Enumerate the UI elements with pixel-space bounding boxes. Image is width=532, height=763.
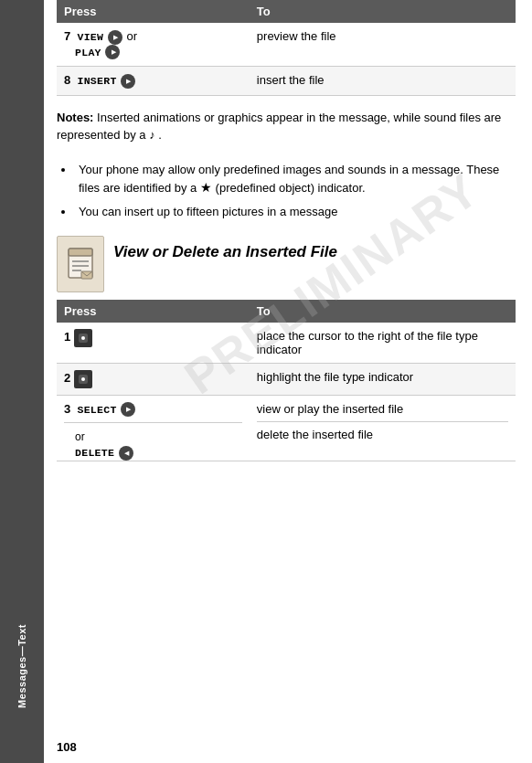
- select-icon: [121, 402, 135, 417]
- table-row: 8 INSERT insert the file: [57, 67, 516, 96]
- second-table: Press To 1: [57, 300, 516, 461]
- svg-point-9: [81, 377, 85, 381]
- press-cell-1: 1: [57, 323, 250, 364]
- bullet1-end: (predefined object) indicator.: [216, 181, 366, 195]
- notes-text1: Inserted animations or graphics appear i…: [57, 111, 501, 143]
- svg-rect-1: [69, 249, 92, 256]
- music-note-icon: ♪: [149, 128, 155, 142]
- bullet-list: Your phone may allow only predefined ima…: [75, 161, 516, 227]
- to-cell-7: preview the file: [250, 23, 516, 67]
- notes-section: Notes: Inserted animations or graphics a…: [57, 109, 516, 144]
- sidebar-label: Messages—Text: [16, 624, 27, 708]
- page-number: 108: [57, 740, 77, 754]
- cursor-icon-1: [74, 329, 92, 347]
- press-cell-8: 8 INSERT: [57, 67, 250, 96]
- main-content: PRELIMINARY Press To 7 VIEW or: [44, 0, 532, 763]
- star-icon: ★: [200, 180, 212, 195]
- page-wrapper: Messages—Text PRELIMINARY Press To 7 VIE…: [0, 0, 532, 763]
- section-icon: [57, 236, 104, 292]
- document-icon-svg: [65, 247, 96, 281]
- notes-text2: .: [158, 128, 162, 142]
- table-row: 3 SELECT or DELETE: [57, 395, 516, 461]
- second-table-to-header: To: [250, 300, 516, 323]
- cursor-icon-2: [74, 370, 92, 388]
- svg-point-7: [81, 336, 85, 340]
- second-table-press-header: Press: [57, 300, 250, 323]
- second-table-wrapper: Press To 1: [57, 300, 516, 461]
- bullet2-text: You can insert up to fifteen pictures in…: [79, 205, 338, 218]
- notes-label: Notes:: [57, 111, 93, 124]
- table-row: 7 VIEW or PLAY preview the file: [57, 23, 516, 67]
- to-cell-8: insert the file: [250, 67, 516, 96]
- view-icon: [108, 30, 122, 45]
- play-icon: [105, 45, 120, 59]
- first-table: Press To 7 VIEW or PLAY: [57, 0, 516, 96]
- table-row: 1 place the cursor to the right of the f…: [57, 323, 516, 364]
- section-heading-area: View or Delete an Inserted File: [57, 236, 516, 292]
- press-cell-3: 3 SELECT or DELETE: [57, 395, 250, 461]
- press-cell-7: 7 VIEW or PLAY: [57, 23, 250, 67]
- delete-icon: [119, 446, 133, 461]
- table-row: 2 highlight the file type indicator: [57, 363, 516, 395]
- list-item: Your phone may allow only predefined ima…: [75, 161, 516, 198]
- to-cell-3: view or play the inserted file delete th…: [250, 395, 516, 461]
- first-table-press-header: Press: [57, 0, 250, 23]
- first-table-to-header: To: [250, 0, 516, 23]
- list-item: You can insert up to fifteen pictures in…: [75, 203, 516, 221]
- to-cell-1: place the cursor to the right of the fil…: [250, 323, 516, 364]
- sidebar: Messages—Text: [0, 0, 44, 763]
- to-cell-2: highlight the file type indicator: [250, 363, 516, 395]
- section-heading: View or Delete an Inserted File: [113, 243, 337, 261]
- press-cell-2: 2: [57, 363, 250, 395]
- insert-icon: [121, 74, 135, 89]
